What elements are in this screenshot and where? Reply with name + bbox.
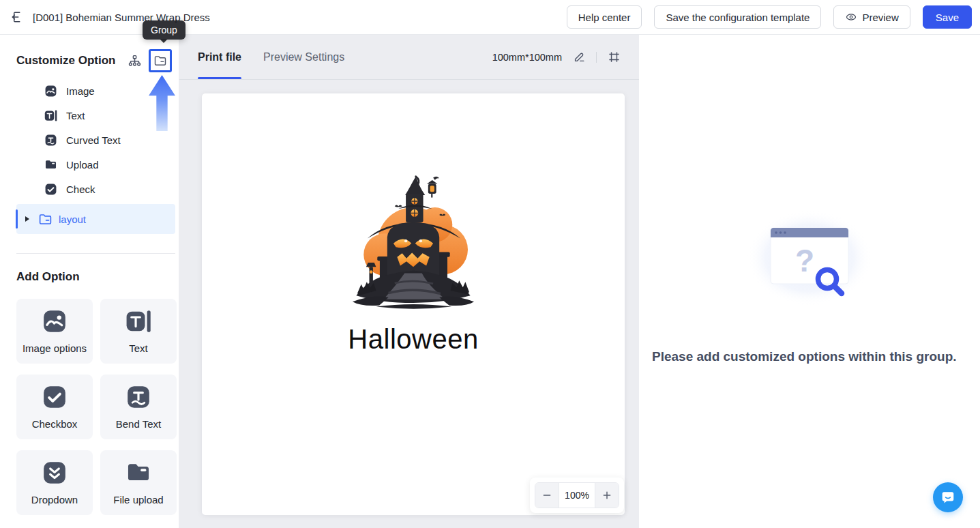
artboard-frame-button[interactable] [605,48,623,66]
tree-view-button[interactable] [124,50,145,71]
option-item-label: Check [66,184,95,195]
curved-text-icon [125,384,151,410]
image-icon [42,308,68,334]
option-item-label: layout [59,214,86,225]
print-size-label: 100mm*100mm [492,52,562,63]
add-dropdown-card[interactable]: Dropdown [16,450,93,515]
pencil-icon [573,50,586,63]
double-chevron-down-icon [42,460,68,486]
sitemap-icon [128,54,142,68]
preview-button-label: Preview [862,12,898,23]
option-item-layout-group[interactable]: layout [16,204,175,234]
card-label: Checkbox [32,418,78,430]
halloween-artwork-image[interactable] [351,174,475,310]
app-window: [D001] Bohemian Summer Wrap Dress Help c… [0,0,980,528]
customize-option-heading: Customize Option [16,54,124,68]
tab-print-file[interactable]: Print file [198,35,241,79]
card-label: Bend Text [116,418,161,430]
check-icon [42,384,68,410]
option-item-label: Upload [66,159,99,171]
card-label: Dropdown [31,494,78,505]
empty-state-illustration: ? [745,209,874,311]
card-label: File upload [113,494,163,505]
expand-caret-icon[interactable] [25,216,29,222]
print-file-canvas[interactable]: Halloween [202,93,625,515]
minus-icon [541,490,552,501]
add-checkbox-card[interactable]: Checkbox [16,375,93,439]
workspace-panel: Print file Preview Settings 100mm*100mm [179,35,639,528]
group-button[interactable] [149,49,172,72]
preview-button[interactable]: Preview [833,5,910,29]
folder-icon [44,158,57,171]
zoom-level-value: 100% [559,483,595,508]
help-center-button[interactable]: Help center [567,5,642,29]
folder-minus-icon [153,54,167,68]
text-icon [44,109,57,122]
frame-icon [608,50,621,63]
card-label: Image options [23,342,87,354]
card-label: Text [129,342,148,354]
save-button[interactable]: Save [923,5,972,29]
option-item-image[interactable]: Image [0,78,179,103]
folder-minus-icon [38,212,53,226]
group-options-panel: ? Please add customized options within t… [639,35,980,528]
add-text-card[interactable]: Text [100,299,177,364]
folder-icon [125,460,151,486]
empty-state-message: Please add customized options within thi… [652,347,966,366]
svg-text:?: ? [795,243,814,278]
option-item-label: Curved Text [66,134,121,146]
option-list: Image Text Curved Text [0,77,179,234]
back-button[interactable] [8,8,26,26]
text-icon [125,308,151,334]
tab-preview-settings[interactable]: Preview Settings [263,35,344,79]
halloween-text-object[interactable]: Halloween [348,324,478,355]
add-image-options-card[interactable]: Image options [16,299,93,364]
customize-sidebar: Customize Option [0,35,179,528]
chat-bubble-icon [940,489,956,505]
plus-icon [602,490,612,501]
image-icon [44,85,57,98]
option-item-label: Image [66,85,95,97]
add-bend-text-card[interactable]: Bend Text [100,375,177,439]
canvas-area: Halloween 100% [179,80,639,528]
option-item-text[interactable]: Text [0,103,179,128]
option-item-curved-text[interactable]: Curved Text [0,128,179,152]
option-item-label: Text [66,110,85,121]
curved-text-icon [44,134,57,147]
group-tooltip: Group [143,20,185,40]
zoom-out-button[interactable] [535,483,559,508]
zoom-in-button[interactable] [595,483,619,508]
add-option-heading: Add Option [16,270,175,284]
add-option-section: Add Option Image options Text [0,254,179,515]
workspace-header: Print file Preview Settings 100mm*100mm [179,35,639,80]
option-item-upload[interactable]: Upload [0,152,179,177]
save-configuration-template-button[interactable]: Save the configuration template [654,5,821,29]
check-icon [44,183,57,196]
add-file-upload-card[interactable]: File upload [100,450,177,515]
edit-size-button[interactable] [570,48,588,66]
zoom-control: 100% [530,478,624,513]
chat-support-button[interactable] [933,482,963,512]
header-divider [596,52,597,63]
eye-icon [845,11,857,23]
workspace-tabs: Print file Preview Settings [198,35,344,79]
exit-left-icon [10,10,24,24]
option-item-check[interactable]: Check [0,177,179,201]
